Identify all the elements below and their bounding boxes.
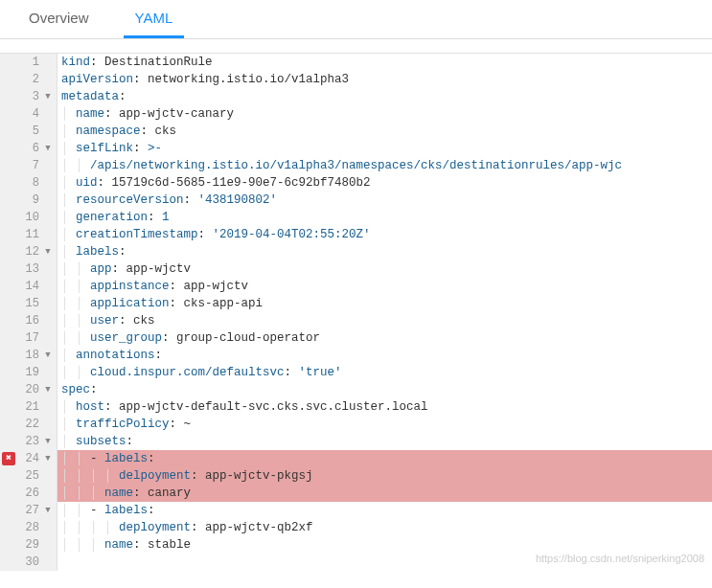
code-line[interactable]: │ │ user_group: group-cloud-operator [57, 329, 712, 347]
code-line[interactable]: │ │ /apis/networking.istio.io/v1alpha3/n… [57, 157, 712, 174]
line-number: 21 [17, 398, 43, 416]
tab-overview[interactable]: Overview [17, 0, 101, 38]
code-line[interactable]: │ │ appinstance: app-wjctv [57, 278, 712, 295]
code-line[interactable]: │ trafficPolicy: ~ [57, 416, 712, 433]
code-line[interactable]: │ name: app-wjctv-canary [57, 105, 712, 123]
code-line[interactable]: spec: [57, 381, 712, 398]
line-number: 13 [17, 260, 43, 278]
gutter-row: ✖24▼ [0, 450, 57, 467]
tab-yaml[interactable]: YAML [124, 0, 185, 38]
code-line[interactable]: │ resourceVersion: '438190802' [57, 192, 712, 209]
editor-code[interactable]: kind: DestinationRuleapiVersion: network… [57, 54, 712, 571]
gutter-row: ✖18▼ [0, 347, 57, 364]
editor-gutter: ✖1▼✖2▼✖3▼✖4▼✖5▼✖6▼✖7▼✖8▼✖9▼✖10▼✖11▼✖12▼✖… [0, 54, 57, 571]
fold-toggle-icon[interactable]: ▼ [43, 88, 53, 105]
code-line[interactable]: │ labels: [57, 243, 712, 260]
line-number: 8 [17, 174, 43, 192]
line-number: 22 [17, 416, 43, 433]
gutter-row: ✖28▼ [0, 519, 57, 536]
line-number: 2 [17, 71, 43, 88]
fold-toggle-icon[interactable]: ▼ [43, 347, 53, 364]
gutter-row: ✖22▼ [0, 416, 57, 433]
line-number: 5 [17, 123, 43, 140]
fold-toggle-icon[interactable]: ▼ [43, 450, 53, 467]
gutter-row: ✖25▼ [0, 467, 57, 485]
code-line[interactable]: │ │ │ │ deployment: app-wjctv-qb2xf [57, 519, 712, 536]
code-line[interactable]: │ │ - labels: [57, 450, 712, 467]
gutter-row: ✖26▼ [0, 485, 57, 502]
code-line[interactable]: │ annotations: [57, 347, 712, 364]
gutter-row: ✖11▼ [0, 226, 57, 243]
line-number: 18 [17, 347, 43, 364]
line-number: 19 [17, 364, 43, 381]
code-line[interactable]: │ host: app-wjctv-default-svc.cks.svc.cl… [57, 398, 712, 416]
gutter-row: ✖14▼ [0, 278, 57, 295]
gutter-row: ✖19▼ [0, 364, 57, 381]
line-number: 9 [17, 192, 43, 209]
code-line[interactable]: │ │ user: cks [57, 312, 712, 329]
code-line[interactable]: kind: DestinationRule [57, 54, 712, 71]
line-number: 28 [17, 519, 43, 536]
gutter-row: ✖5▼ [0, 123, 57, 140]
watermark: https://blog.csdn.net/sniperking2008 [536, 550, 704, 567]
gutter-row: ✖2▼ [0, 71, 57, 88]
fold-toggle-icon[interactable]: ▼ [43, 140, 53, 157]
line-number: 12 [17, 243, 43, 260]
code-line[interactable]: │ │ │ │ delpoyment: app-wjctv-pkgsj [57, 467, 712, 485]
code-line[interactable]: apiVersion: networking.istio.io/v1alpha3 [57, 71, 712, 88]
line-number: 17 [17, 329, 43, 347]
line-number: 25 [17, 467, 43, 485]
line-number: 16 [17, 312, 43, 329]
error-icon[interactable]: ✖ [2, 452, 15, 465]
gutter-row: ✖3▼ [0, 88, 57, 105]
gutter-row: ✖23▼ [0, 433, 57, 450]
gutter-row: ✖30▼ [0, 554, 57, 571]
line-number: 24 [17, 450, 43, 467]
fold-toggle-icon[interactable]: ▼ [43, 381, 53, 398]
gutter-row: ✖10▼ [0, 209, 57, 226]
fold-toggle-icon[interactable]: ▼ [43, 243, 53, 260]
gutter-row: ✖8▼ [0, 174, 57, 192]
gutter-row: ✖16▼ [0, 312, 57, 329]
line-number: 7 [17, 157, 43, 174]
line-number: 10 [17, 209, 43, 226]
code-line[interactable]: │ │ │ name: canary [57, 485, 712, 502]
yaml-editor[interactable]: ✖1▼✖2▼✖3▼✖4▼✖5▼✖6▼✖7▼✖8▼✖9▼✖10▼✖11▼✖12▼✖… [0, 53, 712, 571]
code-line[interactable]: │ namespace: cks [57, 123, 712, 140]
line-number: 23 [17, 433, 43, 450]
line-number: 29 [17, 536, 43, 554]
fold-toggle-icon[interactable]: ▼ [43, 433, 53, 450]
code-line[interactable]: │ subsets: [57, 433, 712, 450]
line-number: 15 [17, 295, 43, 312]
line-number: 20 [17, 381, 43, 398]
gutter-row: ✖4▼ [0, 105, 57, 123]
gutter-row: ✖1▼ [0, 54, 57, 71]
gutter-row: ✖9▼ [0, 192, 57, 209]
gutter-row: ✖15▼ [0, 295, 57, 312]
gutter-row: ✖27▼ [0, 502, 57, 519]
line-number: 26 [17, 485, 43, 502]
gutter-row: ✖17▼ [0, 329, 57, 347]
gutter-row: ✖29▼ [0, 536, 57, 554]
line-number: 3 [17, 88, 43, 105]
line-number: 1 [17, 54, 43, 71]
gutter-row: ✖12▼ [0, 243, 57, 260]
code-line[interactable]: metadata: [57, 88, 712, 105]
line-number: 11 [17, 226, 43, 243]
line-number: 4 [17, 105, 43, 123]
code-line[interactable]: │ generation: 1 [57, 209, 712, 226]
gutter-row: ✖7▼ [0, 157, 57, 174]
line-number: 27 [17, 502, 43, 519]
code-line[interactable]: │ selfLink: >- [57, 140, 712, 157]
code-line[interactable]: │ uid: 15719c6d-5685-11e9-90e7-6c92bf748… [57, 174, 712, 192]
code-line[interactable]: │ │ - labels: [57, 502, 712, 519]
gutter-row: ✖21▼ [0, 398, 57, 416]
code-line[interactable]: │ creationTimestamp: '2019-04-04T02:55:2… [57, 226, 712, 243]
line-number: 30 [17, 554, 43, 571]
fold-toggle-icon[interactable]: ▼ [43, 502, 53, 519]
code-line[interactable]: │ │ cloud.inspur.com/defaultsvc: 'true' [57, 364, 712, 381]
line-number: 6 [17, 140, 43, 157]
code-line[interactable]: │ │ application: cks-app-api [57, 295, 712, 312]
code-line[interactable]: │ │ app: app-wjctv [57, 260, 712, 278]
gutter-row: ✖13▼ [0, 260, 57, 278]
